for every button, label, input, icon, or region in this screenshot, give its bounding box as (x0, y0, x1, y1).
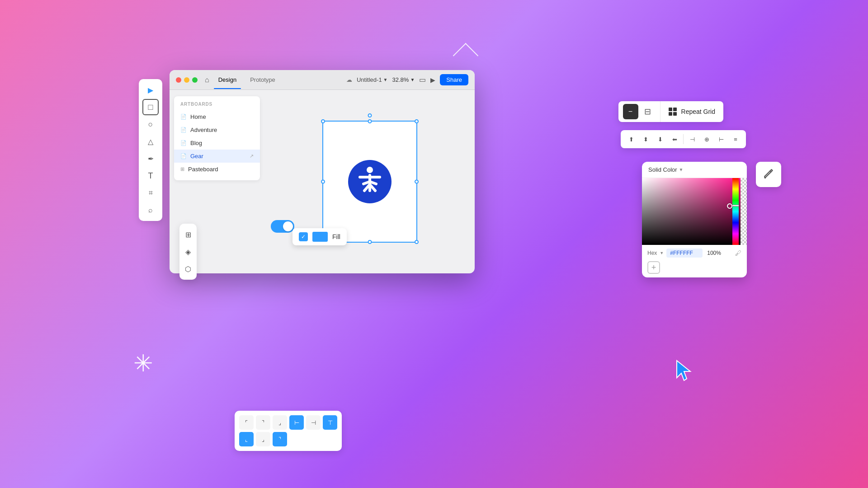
hex-row: Hex ▼ 100% 🖋 (642, 245, 747, 261)
artboard-label-blog: Blog (190, 140, 202, 146)
handle-top-right[interactable] (415, 119, 419, 123)
file-name[interactable]: Untitled-1 ▼ (357, 76, 388, 83)
handle-mid-left[interactable] (321, 180, 325, 184)
add-swatch-btn[interactable]: + (647, 261, 660, 274)
canvas-area: ✓ Fill (264, 90, 475, 273)
minus-fill-btn[interactable]: − (623, 104, 638, 119)
page-icon-active: 📄 (180, 153, 187, 159)
eyedropper-button[interactable] (756, 162, 781, 187)
solid-color-label: Solid Color (648, 166, 677, 173)
transform-btn-3[interactable]: ⌟ (273, 415, 287, 430)
repeat-grid-btn[interactable]: Repeat Grid (660, 104, 723, 119)
alpha-bar[interactable] (741, 178, 747, 245)
tool-rectangle[interactable]: □ (142, 99, 159, 115)
assets-btn[interactable]: ◈ (179, 244, 197, 260)
traffic-lights (176, 77, 198, 83)
artboards-panel: ARTBOARDS 📄 Home 📄 Adventure 📄 Blog 📄 Ge… (174, 96, 260, 180)
align-top[interactable]: ⬆ (624, 132, 638, 146)
fill-label: Fill (332, 233, 340, 240)
transform-btn-7[interactable]: ⌞ (239, 432, 254, 446)
opacity-value: 100% (707, 250, 721, 256)
deco-cursor (674, 359, 694, 384)
minimize-button[interactable] (184, 77, 189, 83)
handle-top-mid[interactable] (368, 119, 372, 123)
plugins-btn[interactable]: ⬡ (179, 261, 197, 277)
play-button[interactable]: ▶ (430, 76, 435, 84)
transform-btn-4[interactable]: ⊢ (289, 415, 304, 430)
align-vcenter[interactable]: ⬍ (639, 132, 652, 146)
fill-indicator: ✓ Fill (292, 228, 347, 245)
tool-crop[interactable]: ⌗ (142, 185, 159, 201)
color-picker-panel: Solid Color ▼ Hex ▼ 100% 🖋 + (642, 162, 747, 277)
align-hcenter[interactable]: ⊕ (700, 132, 713, 146)
tool-zoom[interactable]: ⌕ (142, 202, 159, 218)
home-icon[interactable]: ⌂ (205, 76, 209, 84)
hex-dropdown-icon[interactable]: ▼ (660, 251, 664, 255)
eyedropper-small-icon[interactable]: 🖋 (735, 249, 741, 257)
artboard-item-home[interactable]: 📄 Home (174, 110, 260, 123)
align-distribute[interactable]: ≡ (729, 132, 742, 146)
artboards-section-label: ARTBOARDS (174, 101, 260, 110)
tool-text[interactable]: T (142, 168, 159, 184)
checker-fill-btn[interactable]: ⊟ (640, 104, 656, 119)
tool-triangle[interactable]: △ (142, 133, 159, 150)
page-icon: 📄 (180, 140, 187, 146)
toggle-switch[interactable] (271, 220, 294, 233)
maximize-button[interactable] (192, 77, 198, 83)
eyedropper-icon (763, 169, 774, 180)
handle-mid-right[interactable] (415, 180, 419, 184)
page-icon: 📄 (180, 127, 187, 133)
align-bottom[interactable]: ⬇ (653, 132, 667, 146)
cloud-icon: ☁ (346, 76, 352, 83)
align-left[interactable]: ⬅ (668, 132, 681, 146)
artboard-label-pasteboard: Pasteboard (188, 166, 218, 173)
transform-btn-1[interactable]: ⌜ (239, 415, 254, 430)
tool-select[interactable]: ▶ (142, 82, 159, 98)
artboard-item-gear[interactable]: 📄 Gear ↗ (174, 150, 260, 163)
color-cursor (727, 203, 732, 209)
tool-ellipse[interactable]: ○ (142, 116, 159, 132)
transform-btn-9[interactable]: ⌝ (273, 432, 287, 446)
layers-btn[interactable]: ⊞ (179, 226, 197, 243)
hex-label: Hex (647, 250, 657, 256)
align-left2[interactable]: ⊣ (685, 132, 699, 146)
handle-bot-right[interactable] (415, 240, 419, 244)
tab-design[interactable]: Design (214, 75, 241, 85)
handle-bot-mid[interactable] (368, 240, 372, 244)
artboard-item-blog[interactable]: 📄 Blog (174, 136, 260, 150)
solid-color-dropdown[interactable]: Solid Color ▼ (648, 166, 684, 173)
transform-btn-8[interactable]: ⌟ (256, 432, 270, 446)
zoom-control[interactable]: 32.8% ▼ (392, 76, 415, 83)
repeat-grid-label: Repeat Grid (681, 108, 715, 115)
handle-top-left[interactable] (321, 119, 325, 123)
transform-btn-5[interactable]: ⊣ (306, 415, 321, 430)
alignment-panel: ⬆ ⬍ ⬇ ⬅ ⊣ ⊕ ⊢ ≡ (621, 130, 746, 148)
device-preview-icon[interactable]: ▭ (419, 75, 426, 84)
align-right[interactable]: ⊢ (714, 132, 728, 146)
repeat-grid-panel: − ⊟ Repeat Grid (618, 101, 723, 122)
accessibility-icon (347, 159, 392, 204)
external-link-icon: ↗ (250, 153, 254, 159)
tab-prototype[interactable]: Prototype (245, 75, 280, 85)
transform-btn-2[interactable]: ⌝ (256, 415, 270, 430)
dropdown-chevron-icon: ▼ (679, 167, 684, 172)
tool-pen[interactable]: ✒ (142, 150, 159, 167)
title-bar: ⌂ Design Prototype ☁ Untitled-1 ▼ 32.8% … (170, 70, 475, 90)
hex-input[interactable] (666, 249, 703, 258)
selected-element[interactable] (322, 121, 417, 243)
fill-checkbox[interactable]: ✓ (299, 232, 308, 241)
handle-rotate[interactable] (368, 113, 372, 117)
transform-btn-6[interactable]: ⊤ (323, 415, 337, 430)
color-gradient-canvas[interactable] (642, 178, 747, 245)
artboard-label-adventure: Adventure (190, 127, 217, 133)
grid-icon: ⊞ (180, 166, 184, 172)
artboard-item-pasteboard[interactable]: ⊞ Pasteboard (174, 163, 260, 176)
inner-sub-panel: ⊞ ◈ ⬡ (179, 224, 197, 280)
hue-spectrum-bar[interactable] (732, 178, 739, 245)
artboard-label-home: Home (190, 113, 206, 120)
share-button[interactable]: Share (440, 74, 468, 85)
fill-color-swatch[interactable] (312, 232, 328, 242)
artboard-item-adventure[interactable]: 📄 Adventure (174, 123, 260, 136)
transform-panel: ⌜ ⌝ ⌟ ⊢ ⊣ ⊤ ⌞ ⌟ ⌝ (235, 411, 342, 451)
close-button[interactable] (176, 77, 181, 83)
